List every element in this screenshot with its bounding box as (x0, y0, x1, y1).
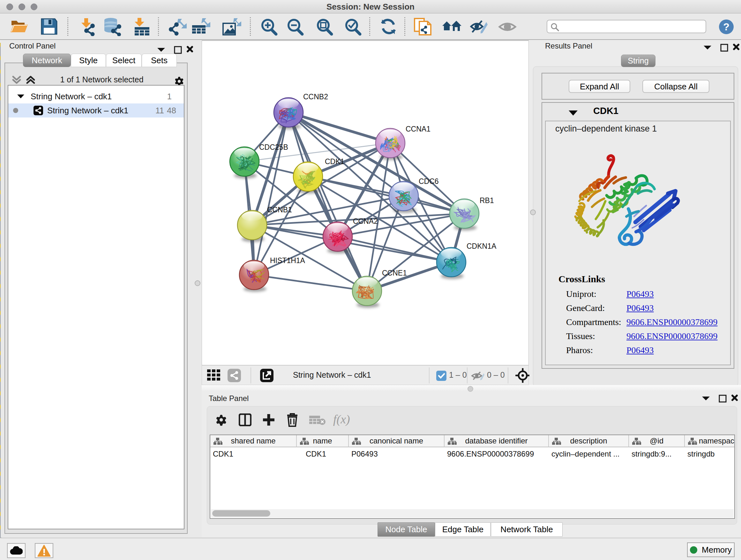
svg-text:CDC6: CDC6 (419, 177, 439, 186)
svg-text:CCNE1: CCNE1 (382, 269, 407, 277)
svg-text:CDC25B: CDC25B (259, 143, 288, 151)
svg-text:CDKN1A: CDKN1A (467, 242, 496, 250)
svg-text:CCNA1: CCNA1 (406, 125, 430, 133)
svg-text:HIST1H1A: HIST1H1A (270, 256, 306, 265)
svg-text:CCNA2: CCNA2 (353, 217, 378, 226)
svg-text:?: ? (723, 21, 730, 33)
svg-text:RB1: RB1 (480, 196, 494, 205)
svg-text:CCNB2: CCNB2 (303, 92, 328, 101)
svg-text:CDK1: CDK1 (325, 158, 344, 166)
svg-text:CCNB1: CCNB1 (267, 206, 292, 214)
